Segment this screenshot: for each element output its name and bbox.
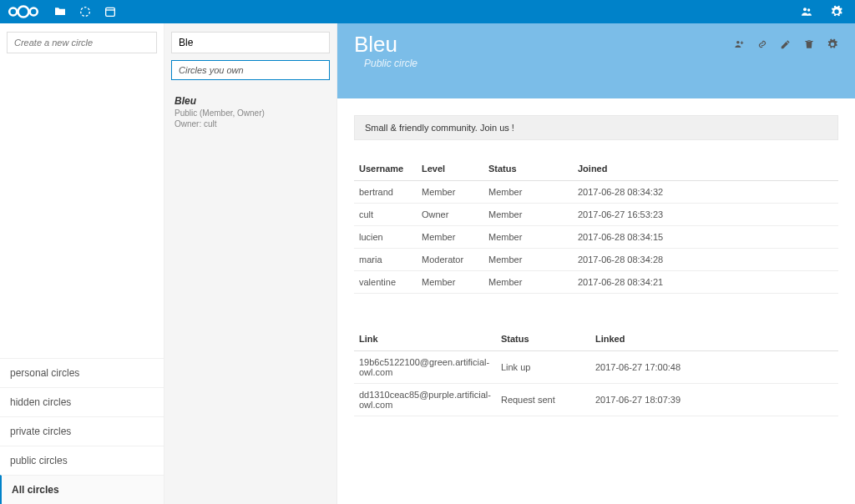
cell-status: Member bbox=[483, 226, 573, 249]
cell-level: Owner bbox=[417, 204, 483, 226]
cell-username: lucien bbox=[354, 226, 417, 249]
table-row[interactable]: dd1310ceac85@purple.artificial-owl.comRe… bbox=[354, 384, 838, 416]
app-logo[interactable] bbox=[7, 5, 40, 18]
col-linked[interactable]: Linked bbox=[590, 327, 838, 351]
table-row[interactable]: cultOwnerMember2017-06-27 16:53:23 bbox=[354, 204, 838, 226]
col-joined[interactable]: Joined bbox=[573, 157, 838, 181]
cell-level: Member bbox=[417, 271, 483, 294]
nav-public-circles[interactable]: public circles bbox=[0, 446, 164, 475]
circle-list-item-name: Bleu bbox=[175, 95, 326, 107]
create-circle-input[interactable] bbox=[7, 32, 157, 53]
cell-username: cult bbox=[354, 204, 417, 226]
svg-point-1 bbox=[18, 7, 29, 18]
svg-point-0 bbox=[9, 8, 17, 15]
circle-header: Bleu Public circle bbox=[337, 23, 855, 98]
circle-list-item[interactable]: Bleu Public (Member, Owner) Owner: cult bbox=[171, 95, 330, 129]
nav-all-circles[interactable]: All circles bbox=[0, 475, 164, 504]
circle-list-item-type: Public (Member, Owner) bbox=[175, 108, 326, 118]
cell-username: valentine bbox=[354, 271, 417, 294]
col-level[interactable]: Level bbox=[417, 157, 483, 181]
col-username[interactable]: Username bbox=[354, 157, 417, 181]
topbar-left bbox=[7, 0, 122, 23]
sidebar-mid: Circles you own Bleu Public (Member, Own… bbox=[164, 23, 337, 504]
table-row[interactable]: mariaModeratorMember2017-06-28 08:34:28 bbox=[354, 249, 838, 271]
contacts-icon[interactable] bbox=[795, 0, 818, 23]
circle-search-input[interactable] bbox=[171, 32, 330, 53]
cell-status: Member bbox=[483, 181, 573, 204]
links-table: Link Status Linked 19b6c5122100@green.ar… bbox=[354, 327, 838, 416]
topbar-right bbox=[795, 0, 848, 23]
col-status[interactable]: Status bbox=[483, 157, 573, 181]
cell-username: bertrand bbox=[354, 181, 417, 204]
header-actions bbox=[733, 38, 838, 53]
cell-joined: 2017-06-28 08:34:15 bbox=[573, 226, 838, 249]
link-icon[interactable] bbox=[756, 38, 768, 53]
cell-level: Member bbox=[417, 226, 483, 249]
members-table: Username Level Status Joined bertrandMem… bbox=[354, 157, 838, 294]
files-app-icon[interactable] bbox=[48, 0, 72, 23]
settings-icon[interactable] bbox=[825, 0, 848, 23]
nav-spacer bbox=[0, 62, 164, 358]
svg-rect-4 bbox=[106, 8, 115, 16]
cell-level: Member bbox=[417, 181, 483, 204]
calendar-app-icon[interactable] bbox=[99, 0, 122, 23]
title-block: Bleu Public circle bbox=[354, 32, 417, 69]
circle-filter-select[interactable]: Circles you own bbox=[171, 60, 330, 80]
nav-list: personal circles hidden circles private … bbox=[0, 358, 164, 504]
table-row[interactable]: 19b6c5122100@green.artificial-owl.comLin… bbox=[354, 351, 838, 384]
cell-status: Link up bbox=[496, 351, 590, 384]
cell-link: dd1310ceac85@purple.artificial-owl.com bbox=[354, 384, 496, 416]
cell-status: Member bbox=[483, 271, 573, 294]
table-row[interactable]: lucienMemberMember2017-06-28 08:34:15 bbox=[354, 226, 838, 249]
sidebar-left: personal circles hidden circles private … bbox=[0, 23, 164, 504]
cell-joined: 2017-06-27 16:53:23 bbox=[573, 204, 838, 226]
circle-subtitle: Public circle bbox=[364, 58, 417, 69]
links-section: Link Status Linked 19b6c5122100@green.ar… bbox=[354, 327, 838, 416]
members-header-row: Username Level Status Joined bbox=[354, 157, 838, 181]
svg-point-3 bbox=[81, 8, 90, 17]
layout: personal circles hidden circles private … bbox=[0, 23, 855, 504]
svg-point-7 bbox=[807, 8, 810, 11]
svg-point-8 bbox=[736, 41, 740, 44]
members-section: Username Level Status Joined bertrandMem… bbox=[354, 157, 838, 294]
edit-icon[interactable] bbox=[780, 38, 792, 53]
circle-description: Small & friendly community. Join us ! bbox=[354, 115, 838, 140]
cell-level: Moderator bbox=[417, 249, 483, 271]
add-member-icon[interactable] bbox=[733, 38, 745, 53]
col-link[interactable]: Link bbox=[354, 327, 496, 351]
cell-status: Member bbox=[483, 204, 573, 226]
table-row[interactable]: bertrandMemberMember2017-06-28 08:34:32 bbox=[354, 181, 838, 204]
cell-linked: 2017-06-27 18:07:39 bbox=[590, 384, 838, 416]
col-link-status[interactable]: Status bbox=[496, 327, 590, 351]
nav-hidden-circles[interactable]: hidden circles bbox=[0, 387, 164, 416]
create-circle-wrap bbox=[0, 23, 164, 62]
cell-joined: 2017-06-28 08:34:32 bbox=[573, 181, 838, 204]
cell-status: Request sent bbox=[496, 384, 590, 416]
nav-personal-circles[interactable]: personal circles bbox=[0, 358, 164, 387]
cell-linked: 2017-06-27 17:00:48 bbox=[590, 351, 838, 384]
cell-username: maria bbox=[354, 249, 417, 271]
svg-point-2 bbox=[30, 8, 38, 15]
circle-settings-icon[interactable] bbox=[827, 38, 838, 53]
delete-icon[interactable] bbox=[803, 38, 815, 53]
links-header-row: Link Status Linked bbox=[354, 327, 838, 351]
table-row[interactable]: valentineMemberMember2017-06-28 08:34:21 bbox=[354, 271, 838, 294]
cell-joined: 2017-06-28 08:34:28 bbox=[573, 249, 838, 271]
cell-link: 19b6c5122100@green.artificial-owl.com bbox=[354, 351, 496, 384]
main-content: Bleu Public circle Small & friendly comm… bbox=[337, 23, 855, 504]
circle-title: Bleu bbox=[354, 32, 417, 58]
svg-point-6 bbox=[803, 8, 807, 11]
cell-status: Member bbox=[483, 249, 573, 271]
cell-joined: 2017-06-28 08:34:21 bbox=[573, 271, 838, 294]
nav-private-circles[interactable]: private circles bbox=[0, 416, 164, 446]
circle-list-item-owner: Owner: cult bbox=[175, 119, 326, 129]
topbar bbox=[0, 0, 855, 23]
circles-app-icon[interactable] bbox=[73, 0, 97, 23]
